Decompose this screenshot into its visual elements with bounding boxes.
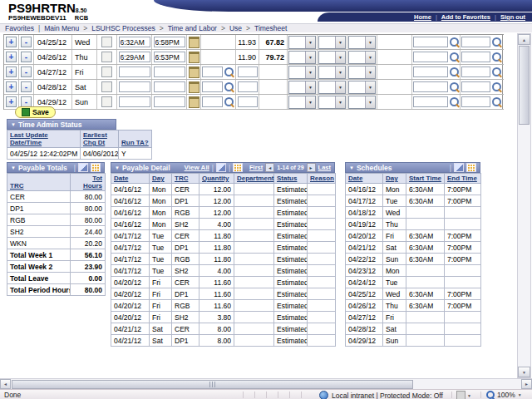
time-in-input[interactable] <box>119 96 150 107</box>
quantity-input[interactable] <box>238 96 258 107</box>
column-header-day[interactable]: Day <box>383 174 406 184</box>
lookup-input[interactable] <box>413 81 448 92</box>
dropdown-select[interactable]: ▼ <box>348 96 376 109</box>
dropdown-select[interactable]: ▼ <box>318 96 346 109</box>
dropdown-select[interactable]: ▼ <box>288 96 316 109</box>
time-out-input[interactable] <box>154 52 185 62</box>
dropdown-select[interactable]: ▼ <box>288 36 316 49</box>
scroll-up-icon[interactable]: ▲ <box>518 34 530 45</box>
breadcrumb-timesheet[interactable]: Timesheet <box>254 24 287 32</box>
trc-lookup-input[interactable] <box>202 81 223 92</box>
column-header-end-time[interactable]: End Time <box>445 174 481 184</box>
lookup-input[interactable] <box>461 52 490 62</box>
row-checkbox[interactable] <box>101 37 112 47</box>
trc-lookup-input[interactable] <box>202 66 223 77</box>
home-link[interactable]: Home <box>414 13 431 21</box>
dropdown-select[interactable]: ▼ <box>318 81 346 94</box>
time-in-input[interactable] <box>119 52 150 62</box>
dropdown-select[interactable]: ▼ <box>348 66 376 79</box>
horizontal-scrollbar[interactable]: ◄ ► <box>0 378 532 389</box>
lookup-icon[interactable] <box>492 37 501 47</box>
pagination-last-link[interactable]: Last <box>318 164 331 171</box>
dropdown-select[interactable]: ▼ <box>288 51 316 64</box>
time-out-input[interactable] <box>154 37 185 47</box>
dropdown-select[interactable]: ▼ <box>348 36 376 49</box>
time-out-input[interactable] <box>154 96 185 107</box>
row-checkbox[interactable] <box>101 96 112 107</box>
quantity-input[interactable] <box>238 81 258 92</box>
trc-lookup-icon[interactable] <box>224 67 234 76</box>
column-header-earliest-chg[interactable]: Earliest Chg Dt <box>81 131 119 148</box>
calendar-icon[interactable] <box>189 96 200 108</box>
calendar-icon[interactable] <box>189 37 200 48</box>
time-in-input[interactable] <box>119 81 150 92</box>
column-header-department[interactable]: Department <box>234 174 274 184</box>
lookup-icon[interactable] <box>450 82 459 91</box>
column-header-date[interactable]: Date <box>346 174 383 184</box>
pagination-first-link[interactable]: First <box>249 164 263 171</box>
download-grid-icon[interactable] <box>91 163 101 172</box>
breadcrumb-favorites[interactable]: Favorites <box>5 24 34 32</box>
compatibility-control[interactable]: ▼ <box>456 391 471 399</box>
lookup-icon[interactable] <box>492 97 501 106</box>
scroll-left-icon[interactable]: ◄ <box>0 379 11 389</box>
collapse-icon[interactable]: ▼ <box>11 165 16 170</box>
add-to-favorites-link[interactable]: Add to Favorites <box>441 13 490 21</box>
row-checkbox[interactable] <box>101 66 112 77</box>
download-grid-icon[interactable] <box>466 163 476 172</box>
column-header-trc[interactable]: TRC <box>172 174 200 184</box>
scroll-down-icon[interactable]: ▼ <box>518 367 530 377</box>
lookup-input[interactable] <box>413 37 448 47</box>
column-header-tot-hours[interactable]: Tot Hours <box>71 174 106 191</box>
remove-row-button[interactable]: - <box>21 37 32 47</box>
breadcrumb-time-and-labor[interactable]: Time and Labor <box>168 24 217 32</box>
lookup-icon[interactable] <box>450 97 459 106</box>
dropdown-select[interactable]: ▼ <box>318 36 346 49</box>
column-header-quantity[interactable]: Quantity <box>200 174 234 184</box>
breadcrumb-lsuhsc-processes[interactable]: LSUHSC Processes <box>91 24 155 32</box>
row-checkbox[interactable] <box>101 52 112 62</box>
column-header-date[interactable]: Date <box>111 174 150 184</box>
vertical-scrollbar[interactable]: ▲ ▼ <box>517 33 531 378</box>
lookup-input[interactable] <box>461 37 490 47</box>
column-header-day[interactable]: Day <box>150 174 172 184</box>
trc-lookup-icon[interactable] <box>224 82 234 91</box>
remove-row-button[interactable]: - <box>21 52 32 62</box>
lookup-icon[interactable] <box>492 67 501 76</box>
dropdown-select[interactable]: ▼ <box>348 51 376 64</box>
prev-page-icon[interactable]: ◄ <box>265 163 274 172</box>
time-in-input[interactable] <box>119 37 150 47</box>
quantity-input[interactable] <box>238 66 258 77</box>
time-in-input[interactable] <box>119 66 150 77</box>
remove-row-button[interactable]: - <box>21 66 32 77</box>
lookup-icon[interactable] <box>450 67 459 76</box>
add-row-button[interactable]: + <box>6 66 17 77</box>
add-row-button[interactable]: + <box>6 96 17 107</box>
sign-out-link[interactable]: Sign out <box>500 13 525 21</box>
column-header-last-update[interactable]: Last Update Date/Time <box>7 131 81 148</box>
remove-row-button[interactable]: - <box>21 81 32 92</box>
row-checkbox[interactable] <box>101 81 112 92</box>
add-row-button[interactable]: + <box>6 52 17 62</box>
column-header-run-ta[interactable]: Run TA? <box>119 131 152 148</box>
calendar-icon[interactable] <box>189 66 200 78</box>
collapse-icon[interactable]: ▼ <box>115 165 120 170</box>
lookup-icon[interactable] <box>492 82 501 91</box>
popout-icon[interactable] <box>454 163 464 172</box>
dropdown-select[interactable]: ▼ <box>318 66 346 79</box>
column-header-reason[interactable]: Reason <box>308 174 336 184</box>
popout-icon[interactable] <box>78 163 88 172</box>
dropdown-select[interactable]: ▼ <box>348 81 376 94</box>
lookup-icon[interactable] <box>450 52 459 62</box>
lookup-input[interactable] <box>461 66 490 77</box>
breadcrumb-use[interactable]: Use <box>229 24 242 32</box>
column-header-trc[interactable]: TRC <box>7 174 71 191</box>
view-all-link[interactable]: View All <box>185 164 209 171</box>
lookup-input[interactable] <box>413 66 448 77</box>
column-header-status[interactable]: Status <box>274 174 308 184</box>
dropdown-select[interactable]: ▼ <box>288 66 316 79</box>
scroll-right-icon[interactable]: ► <box>521 379 532 389</box>
popout-icon[interactable] <box>216 163 226 172</box>
lookup-icon[interactable] <box>492 52 501 62</box>
trc-lookup-icon[interactable] <box>224 97 234 106</box>
